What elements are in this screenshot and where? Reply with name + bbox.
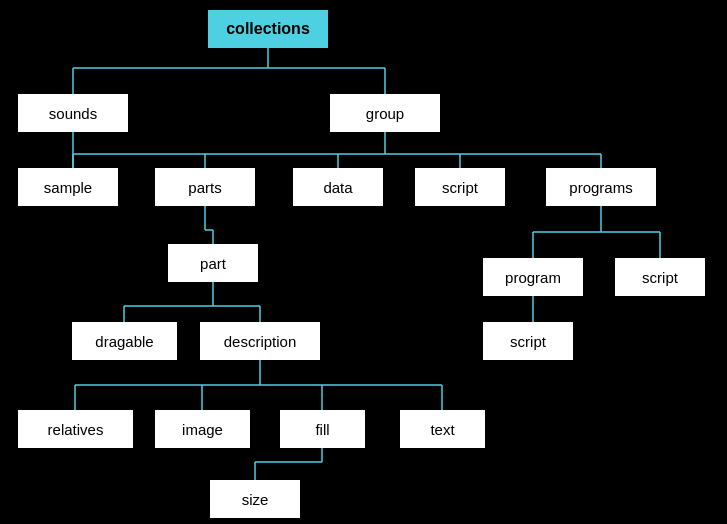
node-label-group: group [366, 105, 404, 122]
node-label-relatives: relatives [48, 421, 104, 438]
node-description: description [200, 322, 320, 360]
node-programs: programs [546, 168, 656, 206]
node-label-script3: script [510, 333, 546, 350]
node-label-sounds: sounds [49, 105, 97, 122]
node-label-dragable: dragable [95, 333, 153, 350]
node-data: data [293, 168, 383, 206]
node-image: image [155, 410, 250, 448]
node-script3: script [483, 322, 573, 360]
node-label-text: text [430, 421, 454, 438]
node-collections: collections [208, 10, 328, 48]
node-label-sample: sample [44, 179, 92, 196]
node-program: program [483, 258, 583, 296]
node-label-size: size [242, 491, 269, 508]
node-label-program: program [505, 269, 561, 286]
node-label-part: part [200, 255, 226, 272]
node-sample: sample [18, 168, 118, 206]
tree-container: collectionssoundsgroupsamplepartsdatascr… [0, 0, 727, 524]
node-parts: parts [155, 168, 255, 206]
node-label-collections: collections [226, 20, 310, 38]
node-label-image: image [182, 421, 223, 438]
node-text: text [400, 410, 485, 448]
node-label-script1: script [442, 179, 478, 196]
node-label-parts: parts [188, 179, 221, 196]
node-label-fill: fill [315, 421, 329, 438]
node-script2: script [615, 258, 705, 296]
node-label-description: description [224, 333, 297, 350]
node-size: size [210, 480, 300, 518]
node-group: group [330, 94, 440, 132]
node-dragable: dragable [72, 322, 177, 360]
node-label-programs: programs [569, 179, 632, 196]
node-label-data: data [323, 179, 352, 196]
node-part: part [168, 244, 258, 282]
node-label-script2: script [642, 269, 678, 286]
node-relatives: relatives [18, 410, 133, 448]
node-script1: script [415, 168, 505, 206]
node-fill: fill [280, 410, 365, 448]
node-sounds: sounds [18, 94, 128, 132]
